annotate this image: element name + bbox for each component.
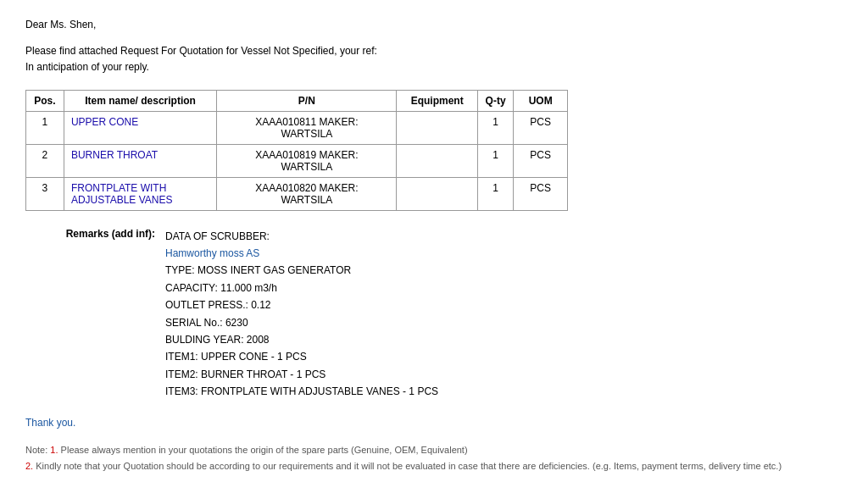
col-header-pn: P/N bbox=[217, 90, 397, 111]
note-line-1: Note: 1. Please always mention in your q… bbox=[25, 442, 843, 458]
row3-item: FRONTPLATE WITH ADJUSTABLE VANES bbox=[64, 177, 216, 210]
row2-qty: 1 bbox=[477, 144, 513, 177]
remarks-line-5: SERIAL No.: 6230 bbox=[165, 314, 438, 331]
row3-pos: 3 bbox=[26, 177, 64, 210]
remarks-line-2: TYPE: MOSS INERT GAS GENERATOR bbox=[165, 262, 438, 279]
remarks-line-7: ITEM1: UPPER CONE - 1 PCS bbox=[165, 348, 438, 365]
remarks-line-4: OUTLET PRESS.: 0.12 bbox=[165, 296, 438, 313]
row2-uom: PCS bbox=[514, 144, 568, 177]
row3-uom: PCS bbox=[514, 177, 568, 210]
row2-pn: XAAA010819 MAKER: WARTSILA bbox=[217, 144, 397, 177]
row1-uom: PCS bbox=[514, 111, 568, 144]
table-row: 3 FRONTPLATE WITH ADJUSTABLE VANES XAAA0… bbox=[26, 177, 568, 210]
row3-pn: XAAA010820 MAKER: WARTSILA bbox=[217, 177, 397, 210]
remarks-content: DATA OF SCRUBBER: Hamworthy moss AS TYPE… bbox=[165, 228, 438, 401]
row1-equipment bbox=[397, 111, 477, 144]
remarks-line-1: Hamworthy moss AS bbox=[165, 245, 438, 262]
row3-qty: 1 bbox=[477, 177, 513, 210]
remarks-line-6: BULDING YEAR: 2008 bbox=[165, 331, 438, 348]
remarks-section: Remarks (add inf): DATA OF SCRUBBER: Ham… bbox=[34, 228, 843, 401]
row1-qty: 1 bbox=[477, 111, 513, 144]
greeting: Dear Ms. Shen, bbox=[25, 17, 843, 33]
remarks-line-9: ITEM3: FRONTPLATE WITH ADJUSTABLE VANES … bbox=[165, 383, 438, 400]
thank-you: Thank you. bbox=[25, 417, 843, 429]
row1-item: UPPER CONE bbox=[64, 111, 216, 144]
row1-pn: XAAA010811 MAKER: WARTSILA bbox=[217, 111, 397, 144]
col-header-qty: Q-ty bbox=[477, 90, 513, 111]
rfq-table: Pos. Item name/ description P/N Equipmen… bbox=[25, 90, 568, 211]
remarks-line-0: DATA OF SCRUBBER: bbox=[165, 228, 438, 245]
col-header-equipment: Equipment bbox=[397, 90, 477, 111]
intro-text: Please find attached Request For Quotati… bbox=[25, 43, 843, 75]
remarks-line-3: CAPACITY: 11.000 m3/h bbox=[165, 280, 438, 296]
row2-item: BURNER THROAT bbox=[64, 144, 216, 177]
row1-pos: 1 bbox=[26, 111, 64, 144]
table-row: 1 UPPER CONE XAAA010811 MAKER: WARTSILA … bbox=[26, 111, 568, 144]
remarks-label: Remarks (add inf): bbox=[34, 228, 165, 401]
col-header-uom: UOM bbox=[514, 90, 568, 111]
note-line-2: 2. Kindly note that your Quotation shoul… bbox=[25, 458, 843, 474]
col-header-item: Item name/ description bbox=[64, 90, 216, 111]
notes-section: Note: 1. Please always mention in your q… bbox=[25, 442, 843, 474]
row2-pos: 2 bbox=[26, 144, 64, 177]
row3-equipment bbox=[397, 177, 477, 210]
col-header-pos: Pos. bbox=[26, 90, 64, 111]
remarks-line-8: ITEM2: BURNER THROAT - 1 PCS bbox=[165, 366, 438, 383]
table-row: 2 BURNER THROAT XAAA010819 MAKER: WARTSI… bbox=[26, 144, 568, 177]
row2-equipment bbox=[397, 144, 477, 177]
